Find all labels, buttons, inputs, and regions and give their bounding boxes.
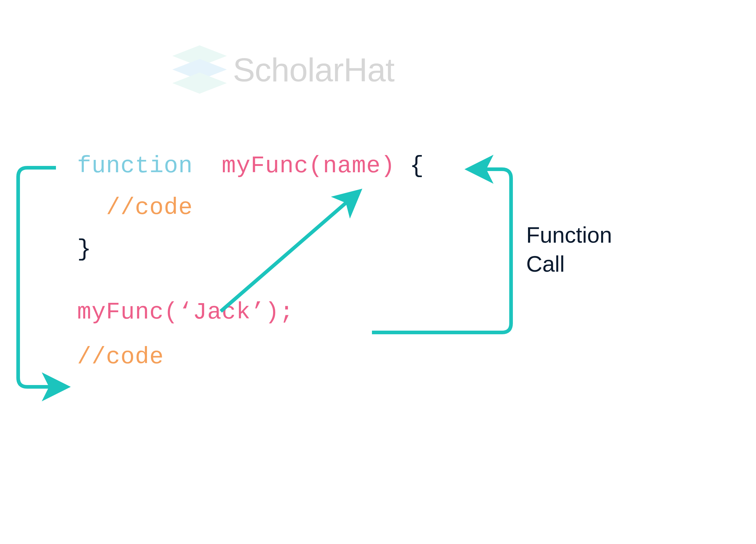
annotation-line-2: Call	[526, 250, 612, 278]
code-line-4: myFunc(‘Jack’);	[77, 300, 424, 324]
flow-arrow-left	[18, 168, 64, 387]
diagram-canvas: ScholarHat function myFunc(name) { //cod…	[0, 0, 756, 544]
svg-marker-2	[172, 73, 227, 94]
close-brace: }	[77, 236, 92, 263]
annotation-function-call: Function Call	[526, 221, 612, 278]
brand-name: ScholarHat	[233, 51, 394, 89]
stacked-layers-icon	[172, 45, 227, 94]
function-signature: myFunc(name)	[222, 153, 395, 179]
comment-inner: //code	[106, 194, 193, 221]
comment-outer: //code	[77, 344, 164, 370]
open-brace: {	[410, 153, 424, 179]
keyword-function: function	[77, 153, 193, 179]
code-line-5: //code	[77, 345, 424, 369]
code-line-3: }	[77, 238, 424, 261]
annotation-line-1: Function	[526, 221, 612, 250]
function-call: myFunc(‘Jack’);	[77, 299, 294, 325]
code-line-1: function myFunc(name) {	[77, 154, 424, 178]
code-line-2: //code	[77, 196, 424, 220]
brand-logo: ScholarHat	[172, 45, 394, 94]
code-block: function myFunc(name) { //code } myFunc(…	[77, 154, 424, 387]
